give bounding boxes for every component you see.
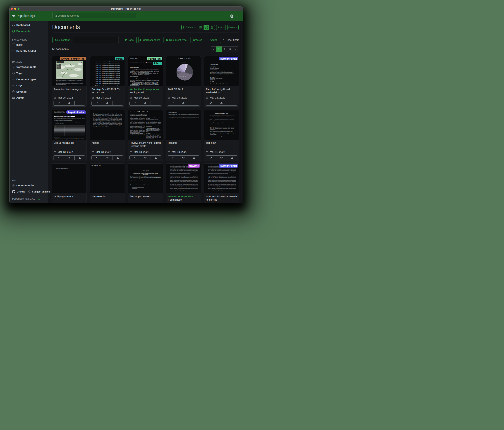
svg-text:44, 9%: 44, 9%: [177, 70, 179, 71]
svg-text:Normal, 150, 30%: Normal, 150, 30%: [190, 70, 196, 71]
svg-text:Google Earth: Google Earth: [57, 77, 62, 78]
svg-text:to day trip BWCA: to day trip BWCA: [57, 62, 61, 63]
svg-text:Contact Hours: Contact Hours: [78, 126, 82, 126]
svg-text:i: i: [39, 198, 39, 199]
svg-text:Course Name: Course Name: [65, 126, 69, 126]
svg-text:Legend: Legend: [57, 64, 59, 65]
svg-text:Completion Date: Completion Date: [54, 126, 59, 126]
svg-text:Pre-hypertension, 212, 42%: Pre-hypertension, 212, 42%: [177, 76, 186, 77]
svg-text:65, 13%: 65, 13%: [177, 73, 179, 74]
svg-text:Hypertension, 31, 6%: Hypertension, 31, 6%: [180, 63, 187, 64]
svg-text:Provider #: Provider #: [61, 126, 64, 126]
svg-text:N\A: N\A: [69, 126, 70, 127]
svg-text:▲ Day6: ▲ Day6: [57, 67, 59, 68]
svg-text:Boundary Waters Trip: Boundary Waters Trip: [57, 61, 67, 62]
